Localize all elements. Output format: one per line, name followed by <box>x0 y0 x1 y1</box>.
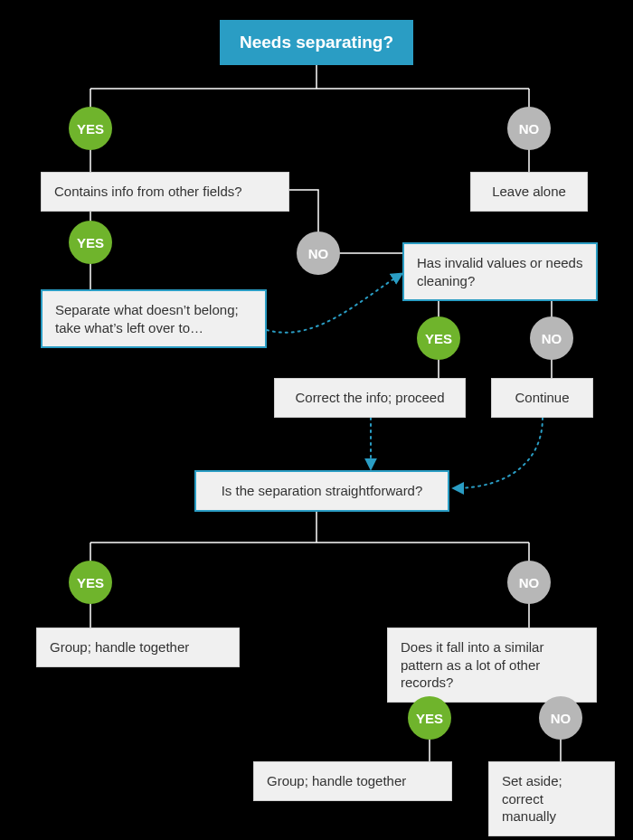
badge-no: NO <box>539 696 582 740</box>
decision-similar-pattern: Does it fall into a similar pattern as a… <box>387 628 597 703</box>
action-correct: Correct the info; proceed <box>274 378 466 418</box>
badge-no: NO <box>507 107 551 150</box>
action-continue: Continue <box>491 378 593 418</box>
decision-has-invalid: Has invalid values or needs cleaning? <box>402 242 598 301</box>
badge-yes: YES <box>408 696 451 740</box>
badge-no: NO <box>530 316 573 360</box>
badge-yes: YES <box>69 107 112 150</box>
badge-no: NO <box>507 561 551 604</box>
decision-root: Needs separating? <box>220 20 413 65</box>
action-leave-alone: Leave alone <box>470 172 588 212</box>
action-group-1: Group; handle together <box>36 628 240 667</box>
action-separate-take: Separate what doesn’t belong; take what’… <box>41 289 267 348</box>
badge-no: NO <box>297 231 340 275</box>
action-group-2: Group; handle together <box>253 761 452 801</box>
badge-yes: YES <box>69 561 112 604</box>
decision-contains-info: Contains info from other fields? <box>41 172 289 212</box>
flowchart: Needs separating? YES NO Contains info f… <box>0 0 633 840</box>
badge-yes: YES <box>417 316 460 360</box>
badge-yes: YES <box>69 221 112 264</box>
decision-straightforward: Is the separation straightforward? <box>194 470 449 512</box>
action-set-aside: Set aside; correct manually <box>488 761 615 836</box>
